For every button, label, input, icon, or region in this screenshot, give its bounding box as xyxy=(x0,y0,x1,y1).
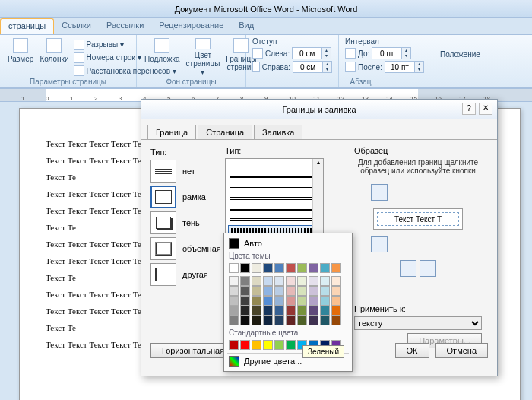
color-swatch[interactable] xyxy=(331,286,341,296)
dialog-tab-fill[interactable]: Заливка xyxy=(254,125,302,140)
indent-right-input[interactable]: ▴▾ xyxy=(293,61,332,73)
color-swatch[interactable] xyxy=(252,340,261,350)
color-swatch[interactable] xyxy=(274,286,284,296)
color-swatch[interactable] xyxy=(309,276,318,286)
color-swatch[interactable] xyxy=(286,340,296,350)
color-swatch[interactable] xyxy=(320,296,330,306)
position-button[interactable]: Положение xyxy=(437,37,483,60)
color-swatch[interactable] xyxy=(286,316,296,325)
color-swatch[interactable] xyxy=(331,263,341,273)
spacing-after-input[interactable]: ▴▾ xyxy=(385,61,424,73)
tab-review[interactable]: Рецензирование xyxy=(151,18,231,34)
cancel-button[interactable]: Отмена xyxy=(435,343,488,358)
tab-page-layout[interactable]: страницы xyxy=(0,18,54,34)
color-swatch[interactable] xyxy=(240,286,250,296)
color-swatch[interactable] xyxy=(297,286,307,296)
ribbon-tabs: страницы Ссылки Рассылки Рецензирование … xyxy=(0,18,532,35)
color-swatch[interactable] xyxy=(229,340,239,350)
tab-references[interactable]: Ссылки xyxy=(54,18,99,34)
color-swatch[interactable] xyxy=(320,276,330,286)
color-swatch[interactable] xyxy=(309,306,318,316)
color-swatch[interactable] xyxy=(297,296,307,306)
color-swatch[interactable] xyxy=(263,263,273,273)
color-swatch[interactable] xyxy=(274,276,284,286)
left-border-button[interactable] xyxy=(400,260,416,277)
columns-button[interactable]: Колонки xyxy=(36,37,71,78)
dialog-tab-border[interactable]: Граница xyxy=(147,125,196,140)
bottom-border-button[interactable] xyxy=(371,236,388,252)
color-swatch[interactable] xyxy=(252,296,261,306)
color-swatch[interactable] xyxy=(320,306,330,316)
color-swatch[interactable] xyxy=(229,316,239,325)
color-swatch[interactable] xyxy=(252,306,261,316)
color-swatch[interactable] xyxy=(263,286,273,296)
color-swatch[interactable] xyxy=(286,263,296,273)
line-style-list[interactable]: ▴▾ xyxy=(225,158,324,240)
color-swatch[interactable] xyxy=(297,306,307,316)
tab-view[interactable]: Вид xyxy=(231,18,261,34)
color-swatch[interactable] xyxy=(297,276,307,286)
color-swatch[interactable] xyxy=(229,296,239,306)
color-swatch[interactable] xyxy=(240,296,250,306)
color-swatch[interactable] xyxy=(263,316,273,325)
ok-button[interactable]: ОК xyxy=(395,343,429,358)
indent-left-label: Слева: xyxy=(265,49,290,58)
indent-left-input[interactable]: ▴▾ xyxy=(292,47,331,59)
spacing-before-input[interactable]: ▴▾ xyxy=(372,47,411,59)
color-swatch[interactable] xyxy=(286,306,296,316)
indent-left-icon xyxy=(252,48,263,59)
line-style-scrollbar[interactable]: ▴▾ xyxy=(312,159,323,240)
color-swatch[interactable] xyxy=(252,263,261,273)
close-button[interactable]: ✕ xyxy=(479,103,492,115)
color-auto[interactable]: Авто xyxy=(227,237,349,250)
color-swatch[interactable] xyxy=(286,296,296,306)
color-swatch[interactable] xyxy=(274,306,284,316)
color-swatch[interactable] xyxy=(309,296,318,306)
color-swatch[interactable] xyxy=(331,316,341,325)
color-swatch[interactable] xyxy=(286,276,296,286)
top-border-button[interactable] xyxy=(371,184,388,201)
color-swatch[interactable] xyxy=(320,316,330,325)
color-swatch[interactable] xyxy=(252,286,261,296)
color-swatch[interactable] xyxy=(240,263,250,273)
right-border-button[interactable] xyxy=(420,260,436,277)
color-swatch[interactable] xyxy=(309,316,318,325)
color-swatch[interactable] xyxy=(240,276,250,286)
color-swatch[interactable] xyxy=(331,296,341,306)
size-button[interactable]: Размер xyxy=(5,37,36,78)
color-swatch[interactable] xyxy=(263,340,273,350)
color-swatch[interactable] xyxy=(229,286,239,296)
color-swatch[interactable] xyxy=(309,286,318,296)
color-swatch[interactable] xyxy=(240,306,250,316)
color-swatch[interactable] xyxy=(274,263,284,273)
color-swatch[interactable] xyxy=(320,286,330,296)
color-swatch[interactable] xyxy=(240,340,250,350)
color-swatch[interactable] xyxy=(252,276,261,286)
color-swatch[interactable] xyxy=(274,316,284,325)
color-tooltip: Зеленый xyxy=(302,345,344,358)
color-swatch[interactable] xyxy=(229,306,239,316)
color-swatch[interactable] xyxy=(263,296,273,306)
color-swatch[interactable] xyxy=(229,276,239,286)
color-swatch[interactable] xyxy=(309,263,318,273)
color-swatch[interactable] xyxy=(240,316,250,325)
dialog-tab-page[interactable]: Страница xyxy=(198,125,252,140)
watermark-button[interactable]: Подложка xyxy=(141,37,183,78)
color-swatch[interactable] xyxy=(274,340,284,350)
page-color-button[interactable]: Цвет страницы ▾ xyxy=(183,37,223,78)
color-swatch[interactable] xyxy=(263,306,273,316)
color-swatch[interactable] xyxy=(297,263,307,273)
color-swatch[interactable] xyxy=(320,263,330,273)
sample-preview[interactable]: Текст Текст Т xyxy=(373,208,463,230)
tab-mailings[interactable]: Рассылки xyxy=(99,18,151,34)
color-swatch[interactable] xyxy=(331,276,341,286)
apply-to-select[interactable]: тексту xyxy=(354,316,482,330)
color-swatch[interactable] xyxy=(274,296,284,306)
color-swatch[interactable] xyxy=(252,316,261,325)
help-button[interactable]: ? xyxy=(462,103,476,115)
color-swatch[interactable] xyxy=(229,263,239,273)
color-swatch[interactable] xyxy=(331,306,341,316)
color-swatch[interactable] xyxy=(263,276,273,286)
color-swatch[interactable] xyxy=(297,316,307,325)
color-swatch[interactable] xyxy=(286,286,296,296)
